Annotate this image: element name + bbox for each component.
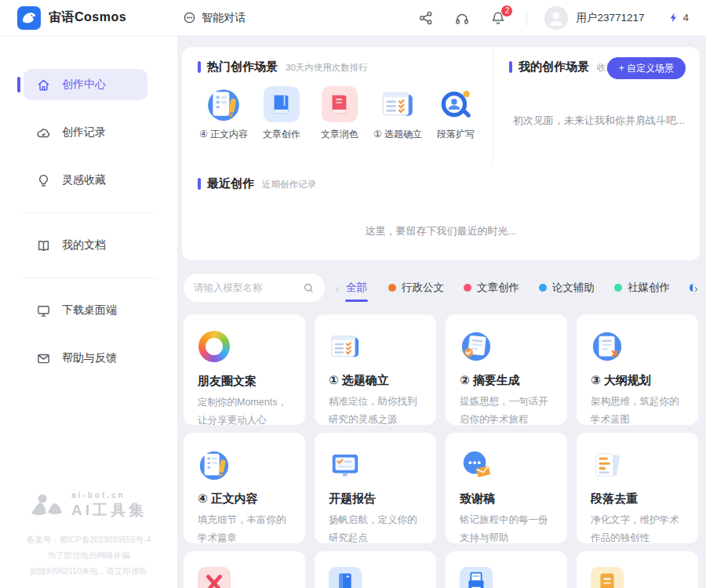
ai-bot-logo-icon: [31, 492, 65, 519]
search-box[interactable]: [184, 274, 325, 302]
sidebar-item-my-documents[interactable]: 我的文档: [24, 230, 147, 261]
card-acknowledgements[interactable]: 致谢稿 铭记旅程中的每一份支持与帮助: [446, 433, 567, 543]
sidebar-item-creation-center[interactable]: 创作中心: [24, 69, 147, 100]
recent-empty-text: 这里，要留存下我们最近的时光...: [198, 224, 684, 238]
hot-scene-paragraph-expand[interactable]: 段落扩写: [430, 86, 482, 141]
header-divider: [526, 10, 527, 26]
sidebar: 创作中心 创作记录 灵感收藏 我的文档 下载桌面端 帮助与反馈: [0, 36, 177, 588]
yellow-book-icon: [591, 567, 624, 588]
tab-all[interactable]: 全部: [344, 272, 369, 303]
top-header: 宙语Cosmos 智能对话 2 用户23771217 4: [0, 0, 706, 36]
blue-book2-icon: [329, 567, 362, 588]
energy-count: 4: [682, 12, 689, 24]
dedup-doc-icon: [591, 448, 624, 481]
printer-icon: [460, 567, 493, 588]
sidebar-item-inspiration-favorites[interactable]: 灵感收藏: [24, 165, 147, 196]
hot-scene-article-writing[interactable]: 文章创作: [256, 86, 308, 141]
magnifier-person-icon: [438, 86, 474, 122]
recent-creations-section: 最近创作 近期创作记录 这里，要留存下我们最近的时光...: [182, 165, 700, 238]
sidebar-item-creation-records[interactable]: 创作记录: [24, 117, 147, 148]
checklist-icon: [329, 330, 362, 363]
hot-scene-body-content[interactable]: ④ 正文内容: [198, 86, 249, 141]
proposal-board-icon: [329, 448, 362, 481]
nav-chat-label: 智能对话: [202, 11, 246, 25]
card-paragraph-dedup[interactable]: 段落去重 净化文字，维护学术作品的独创性: [577, 433, 698, 543]
bulb-icon: [36, 173, 51, 188]
notification-badge: 2: [500, 5, 513, 17]
tabs-scroll-right-icon[interactable]: ›: [694, 281, 698, 295]
icp-number: 备案号：蜀ICP备2023039559号-4: [0, 532, 177, 547]
energy-counter[interactable]: 4: [668, 12, 689, 24]
tab-paper-assist[interactable]: 论文辅助: [539, 272, 595, 303]
card-abstract-generation[interactable]: ② 摘要生成 提炼思想，一句话开启你的学术旅程: [446, 314, 567, 425]
home-icon: [36, 78, 51, 93]
card-moments-copy[interactable]: 朋友圈文案 定制你的Moments，让分享更动人心: [184, 314, 305, 425]
card-outline-planning[interactable]: ③ 大纲规划 架构思维，筑起你的学术蓝图: [577, 314, 698, 425]
cloud-icon: [36, 125, 51, 140]
scenes-panel: 热门创作场景 30天内使用次数排行 ④ 正文内容: [182, 47, 700, 260]
watermark-name: AI工具集: [71, 500, 147, 521]
sidebar-divider: [20, 212, 157, 213]
nav-smart-chat[interactable]: 智能对话: [183, 11, 246, 25]
fraud-notice-line1: 为了防范电信网络诈骗: [0, 547, 177, 563]
monitor-icon: [36, 303, 51, 318]
sidebar-item-label: 帮助与反馈: [62, 351, 117, 365]
tab-article-writing[interactable]: 文章创作: [464, 272, 519, 303]
hot-scene-topic-selection[interactable]: ① 选题确立: [372, 86, 424, 141]
hot-scene-article-polish[interactable]: 文章润色: [314, 86, 366, 141]
custom-scene-button[interactable]: + 自定义场景: [607, 57, 686, 79]
checklist-icon: [380, 86, 416, 122]
share-icon[interactable]: [418, 10, 434, 26]
sidebar-divider: [20, 278, 157, 278]
section-accent-bar: [198, 178, 201, 190]
hot-scenes-section: 热门创作场景 30天内使用次数排行 ④ 正文内容: [182, 47, 493, 165]
card-topic-selection[interactable]: ① 选题确立 精准定位，助你找到研究的灵感之源: [315, 314, 436, 425]
category-dot: [614, 284, 622, 292]
bell-icon[interactable]: 2: [490, 10, 506, 26]
tab-work-efficiency[interactable]: 工作提: [690, 272, 693, 303]
main-content: 热门创作场景 30天内使用次数排行 ④ 正文内容: [177, 36, 706, 588]
sidebar-item-label: 下载桌面端: [62, 303, 117, 318]
thanks-bubble-icon: [460, 448, 493, 481]
app-logo-bird-icon: [17, 6, 41, 30]
section-accent-bar: [198, 61, 201, 73]
blue-book-icon: [264, 86, 300, 122]
headphones-icon[interactable]: [454, 10, 470, 26]
card-partial-4[interactable]: [577, 551, 698, 588]
category-dot: [690, 284, 693, 292]
clipboard-pencil-icon: [198, 448, 231, 481]
sidebar-item-label: 创作中心: [62, 78, 106, 92]
card-partial-3[interactable]: [446, 551, 567, 588]
username[interactable]: 用户23771217: [576, 11, 644, 25]
my-scenes-section: 我的创作场景 收藏/新建的创作场景 + 自定义场景 初次见面，未来让我和你并肩战…: [493, 47, 700, 165]
sidebar-item-label: 创作记录: [62, 125, 106, 140]
fraud-notice-line2: 如接到962110来电，请立即接听: [0, 563, 177, 579]
category-dot: [539, 284, 547, 292]
recent-subtitle: 近期创作记录: [262, 179, 316, 191]
sidebar-watermark: ai-bot.cn AI工具集 备案号：蜀ICP备2023039559号-4 为…: [0, 491, 177, 579]
abstract-doc-icon: [460, 330, 493, 363]
card-body-content[interactable]: ④ 正文内容 填充细节，丰富你的学术篇章: [184, 433, 305, 543]
sidebar-item-help-feedback[interactable]: 帮助与反馈: [24, 343, 147, 374]
moments-ring-icon: [198, 331, 231, 364]
my-scenes-empty-text: 初次见面，未来让我和你并肩战斗吧...: [509, 114, 689, 128]
sidebar-item-download-desktop[interactable]: 下载桌面端: [24, 295, 147, 326]
card-partial-2[interactable]: [315, 551, 436, 588]
card-proposal-report[interactable]: 开题报告 扬帆启航，定义你的研究起点: [315, 433, 436, 543]
chat-bubble-icon: [183, 11, 196, 24]
tab-social-media[interactable]: 社媒创作: [614, 272, 670, 303]
model-cards-grid: 朋友圈文案 定制你的Moments，让分享更动人心 ① 选题确立 精准定位，助你…: [184, 314, 698, 588]
search-icon: [303, 282, 315, 294]
lightning-icon: [668, 12, 679, 24]
document-icon: [36, 238, 51, 253]
outline-doc-icon: [591, 330, 624, 363]
mail-icon: [36, 351, 51, 366]
user-avatar[interactable]: [544, 6, 568, 30]
category-dot: [464, 284, 471, 292]
card-partial-1[interactable]: [184, 551, 305, 588]
search-input[interactable]: [194, 282, 303, 293]
tabs-scroll-left-icon[interactable]: ‹: [336, 281, 340, 295]
clipboard-pencil-icon: [206, 86, 242, 122]
sidebar-item-label: 我的文档: [62, 238, 106, 252]
tab-admin-docs[interactable]: 行政公文: [388, 272, 444, 303]
